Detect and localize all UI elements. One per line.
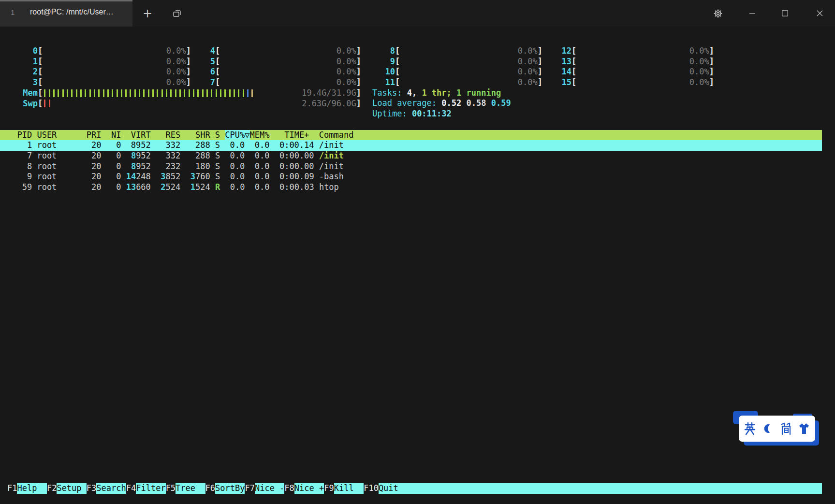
- process-row-selected[interactable]: 1 root 20 0 8952 332 288 S 0.0 0.0 0:00.…: [0, 140, 822, 151]
- meter-bar: [130, 89, 131, 97]
- meter-part: [43, 57, 166, 67]
- terminal-tab[interactable]: 1 root@PC: /mnt/c/User…: [0, 0, 132, 27]
- meter-part: 19.4G/31.9G: [302, 88, 356, 99]
- fn-action-search[interactable]: Search: [96, 483, 126, 494]
- fn-key-F10: F10: [364, 483, 379, 494]
- half-width-moon-icon[interactable]: [761, 421, 775, 436]
- process-row[interactable]: 7 root 20 0 8952 332 288 S 0.0 0.0 0:00.…: [0, 151, 822, 161]
- cpu-meter-7: 7[0.0%]: [199, 77, 361, 88]
- fn-action-help[interactable]: Help: [17, 483, 46, 494]
- fnbar-fill: [398, 483, 822, 494]
- text-segment: PID USER PRI NI VIRT RES SHR S: [7, 130, 225, 140]
- meter-bar: [44, 100, 45, 107]
- meter-part: [: [571, 46, 576, 57]
- meter-bar: [121, 89, 122, 97]
- meter-part: 12: [556, 46, 571, 57]
- english-mode-icon[interactable]: [743, 421, 757, 436]
- meter-bar: [197, 89, 199, 97]
- meter-bar: [112, 89, 113, 97]
- close-button[interactable]: [808, 0, 831, 27]
- cell-text: 9 root 20 0: [7, 172, 126, 181]
- meter-part: [: [38, 57, 43, 67]
- fn-key-F4: F4: [126, 483, 136, 494]
- maximize-icon: [782, 10, 788, 16]
- meter-part: 0.0%: [337, 77, 356, 88]
- meter-part: ]: [356, 88, 361, 99]
- meter-bar: [161, 89, 163, 97]
- tab-title: root@PC: /mnt/c/User…: [30, 8, 127, 16]
- meter-part: [220, 67, 337, 77]
- fn-action-nice-[interactable]: Nice -: [255, 483, 284, 494]
- meter-bar: [148, 89, 149, 97]
- fn-key-F1: F1: [7, 483, 17, 494]
- meter-part: 4: [199, 46, 215, 57]
- new-tab-button[interactable]: +: [136, 0, 159, 27]
- meter-bar: [238, 89, 239, 97]
- memory-meter-slot: Mem[19.4G/31.9G]: [22, 88, 361, 99]
- meter-part: ]: [538, 77, 542, 88]
- simplified-chinese-icon[interactable]: [779, 421, 793, 436]
- meter-part: [: [571, 67, 576, 77]
- meter-bar: [103, 89, 104, 97]
- meter-bar: [251, 89, 253, 97]
- cpu-meter-8: 8[0.0%]: [379, 46, 542, 57]
- memory-meter: Mem[19.4G/31.9G]: [22, 88, 361, 99]
- settings-button[interactable]: [707, 0, 729, 27]
- fn-key-F5: F5: [166, 483, 176, 494]
- minimize-button[interactable]: [741, 0, 763, 27]
- meter-part: 1: [22, 57, 38, 67]
- meter-bar: [49, 89, 50, 97]
- meter-bar: [125, 89, 127, 97]
- meter-part: [400, 57, 518, 67]
- meter-part: 0.0%: [337, 67, 356, 77]
- meter-part: [: [38, 46, 43, 57]
- meter-part: 0.0%: [518, 67, 538, 77]
- plus-icon: +: [143, 7, 152, 20]
- cell-text: 852: [166, 172, 190, 181]
- fn-key-F9: F9: [324, 483, 334, 494]
- ime-toolbar[interactable]: [731, 410, 833, 453]
- terminal-screen[interactable]: 0[0.0%]1[0.0%]2[0.0%]3[0.0%] 4[0.0%]5[0.…: [0, 27, 835, 504]
- cpu-meter-9: 9[0.0%]: [379, 57, 542, 67]
- tab-switcher-button[interactable]: [166, 0, 188, 27]
- text-segment: Load average:: [372, 98, 441, 108]
- fn-action-quit[interactable]: Quit: [379, 483, 398, 494]
- meter-part: 5: [199, 57, 215, 67]
- meter-part: 2: [22, 67, 38, 77]
- meter-part: 2.63G/96.0G: [302, 99, 356, 109]
- cpu-meter-column-3: 8[0.0%]9[0.0%]10[0.0%]11[0.0%]: [379, 46, 542, 88]
- fn-action-filter[interactable]: Filter: [136, 483, 165, 494]
- fn-action-sortby[interactable]: SortBy: [215, 483, 245, 494]
- meter-part: ]: [356, 67, 361, 77]
- meter-bar: [94, 89, 95, 97]
- meter-part: 0.0%: [337, 46, 356, 57]
- meter-part: ]: [186, 77, 191, 88]
- meter-part: [220, 46, 337, 57]
- meter-bar: [98, 89, 100, 97]
- meter-part: 3: [22, 77, 38, 88]
- maximize-button[interactable]: [774, 0, 796, 27]
- cell-text: 952 332 288 S 0.0 0.0 0:00.00: [136, 151, 319, 160]
- ime-status-box: [739, 416, 815, 442]
- fn-key-F7: F7: [245, 483, 254, 494]
- meter-part: [: [215, 57, 220, 67]
- process-row[interactable]: 9 root 20 0 14248 3852 3760 S 0.0 0.0 0:…: [0, 172, 822, 182]
- cpu-meter-5: 5[0.0%]: [199, 57, 361, 67]
- process-row[interactable]: 8 root 20 0 8952 232 180 S 0.0 0.0 0:00.…: [0, 161, 822, 172]
- fn-action-setup[interactable]: Setup: [57, 483, 86, 494]
- function-key-bar: F1Help F2Setup F3SearchF4FilterF5Tree F6…: [0, 483, 822, 494]
- process-table-header[interactable]: PID USER PRI NI VIRT RES SHR S CPU%▽MEM%…: [0, 130, 822, 141]
- skin-tshirt-icon[interactable]: [797, 421, 811, 436]
- fn-action-nice-[interactable]: Nice +: [294, 483, 324, 494]
- cpu-meter-4: 4[0.0%]: [199, 46, 361, 57]
- fn-action-kill[interactable]: Kill: [334, 483, 364, 494]
- meter-part: ]: [538, 46, 542, 57]
- cell-text: 8: [131, 161, 136, 171]
- fn-action-tree[interactable]: Tree: [176, 483, 205, 494]
- meter-bar: [49, 100, 50, 107]
- cell-text: 13: [126, 182, 136, 192]
- process-row[interactable]: 59 root 20 0 13660 2524 1524 R 0.0 0.0 0…: [0, 182, 822, 193]
- meter-part: 0.0%: [166, 67, 186, 77]
- process-table: PID USER PRI NI VIRT RES SHR S CPU%▽MEM%…: [0, 130, 822, 193]
- meter-part: [400, 77, 518, 88]
